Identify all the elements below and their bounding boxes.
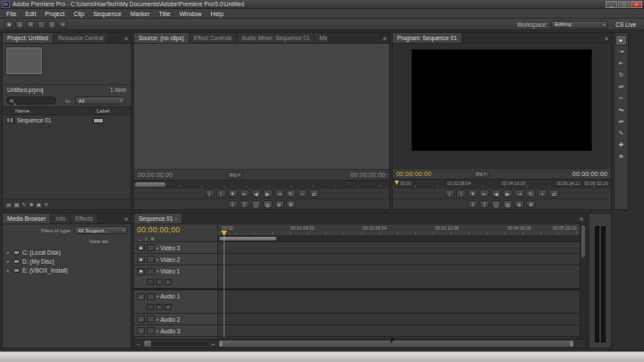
work-area-bar[interactable]	[218, 236, 580, 242]
find-icon[interactable]: ✚	[29, 201, 33, 207]
program-time-ruler[interactable]: 00:00 00:02:08:04 00:04:16:08 00:06:24:1…	[393, 179, 611, 188]
toolbar-icon-3[interactable]: ⊞	[26, 21, 35, 29]
go-to-in-button[interactable]: ⇤	[479, 189, 489, 198]
toggle-track-lock-icon[interactable]	[147, 268, 155, 275]
step-forward-button[interactable]: ⇥	[275, 189, 284, 198]
close-button[interactable]: ×	[631, 1, 642, 8]
search-scope-dropdown[interactable]: All ▾	[75, 97, 125, 105]
button-editor-button[interactable]: ≣	[526, 200, 536, 208]
toggle-track-mute-icon[interactable]: ♪	[137, 293, 145, 300]
output-button[interactable]: ▤	[503, 200, 513, 208]
step-forward-button[interactable]: ⇥	[514, 189, 524, 198]
previous-keyframe-icon[interactable]: ▸	[165, 279, 172, 285]
source-current-timecode[interactable]: 00:00:00:00	[138, 172, 173, 178]
rate-stretch-tool-icon[interactable]: ⇄	[615, 81, 627, 92]
go-to-in-button[interactable]: ⇤	[240, 189, 250, 198]
play-button[interactable]: ▶	[263, 189, 273, 198]
minimize-button[interactable]: _	[606, 1, 617, 8]
toggle-track-output-icon[interactable]	[137, 244, 145, 251]
menu-marker[interactable]: Marker	[126, 11, 155, 17]
toolbar-icon-1[interactable]: ▣	[4, 21, 13, 29]
timeline-vertical-scrollbar[interactable]	[580, 224, 586, 339]
list-view-icon[interactable]: ▤	[6, 201, 12, 207]
automate-to-sequence-icon[interactable]: ↻	[21, 201, 26, 207]
timeline-settings-icon[interactable]: ≣	[150, 236, 154, 241]
set-in-point-button[interactable]: {	[205, 189, 215, 198]
column-label[interactable]: Label	[93, 108, 131, 114]
menu-file[interactable]: File	[2, 11, 21, 17]
toggle-track-lock-icon[interactable]	[147, 256, 155, 263]
menu-sequence[interactable]: Sequence	[89, 11, 126, 17]
track-lane-video-3[interactable]	[218, 242, 580, 254]
vertical-scrollbar-thumb[interactable]	[581, 225, 585, 257]
slip-tool-icon[interactable]: ⇆	[615, 105, 627, 115]
set-out-point-button[interactable]: }	[216, 189, 226, 198]
track-header-video-2[interactable]: ▸ Video 2	[134, 254, 217, 265]
extract-button[interactable]: ↧	[479, 200, 489, 208]
menu-project[interactable]: Project	[40, 11, 69, 17]
tab-program[interactable]: Program: Sequence 01	[393, 33, 462, 43]
program-video-frame[interactable]	[411, 49, 592, 151]
files-of-type-dropdown[interactable]: All Support... ▾	[74, 226, 128, 234]
track-header-audio-1[interactable]: ♪ ▾ Audio 1 ◇ ▸	[134, 290, 217, 314]
tab-info[interactable]: Info	[51, 214, 71, 223]
play-button[interactable]: ▶	[503, 189, 513, 198]
program-zoom-dropdown[interactable]: Fit ▾	[473, 171, 490, 178]
zoom-in-icon[interactable]: +	[211, 341, 215, 347]
expand-track-icon[interactable]: ▸	[157, 246, 158, 250]
toggle-track-lock-icon[interactable]	[147, 327, 155, 334]
zoom-tool-icon[interactable]: ⊕	[615, 151, 627, 162]
rolling-edit-tool-icon[interactable]: ↻	[615, 70, 627, 80]
source-scrollbar-thumb[interactable]	[135, 182, 165, 187]
safe-margins-button[interactable]: ◫	[491, 200, 501, 208]
new-item-icon[interactable]: ▣	[36, 201, 41, 207]
label-color-chip[interactable]	[93, 118, 104, 123]
column-name[interactable]: Name	[3, 108, 93, 114]
overwrite-button[interactable]: ▤	[263, 200, 273, 208]
expand-track-icon[interactable]: ▸	[157, 317, 158, 322]
toggle-track-mute-icon[interactable]: ♪	[137, 327, 145, 334]
tab-sequence-01[interactable]: Sequence 01 ×	[134, 214, 182, 223]
tab-metadata[interactable]: Metadata	[315, 33, 328, 43]
ripple-edit-tool-icon[interactable]: ⇤	[615, 58, 627, 69]
button-editor-button[interactable]: ≣	[286, 200, 296, 208]
step-back-button[interactable]: ◀	[491, 189, 501, 198]
timeline-timecode[interactable]: 00:00:00;00	[137, 225, 180, 234]
toggle-track-lock-icon[interactable]	[147, 293, 155, 300]
chevron-right-icon[interactable]: ▸	[7, 268, 11, 273]
menu-clip[interactable]: Clip	[69, 11, 89, 17]
zoom-slider[interactable]	[142, 342, 210, 345]
source-zoom-dropdown[interactable]: Fit ▾	[226, 172, 243, 179]
program-video-stage[interactable]	[393, 44, 611, 168]
tab-source[interactable]: Source: (no clips)	[134, 33, 190, 43]
add-marker-button[interactable]: ▼	[468, 189, 478, 198]
toolbar-icon-6[interactable]: ✛	[58, 21, 67, 29]
set-in-point-button[interactable]: {	[445, 189, 454, 198]
toolbar-icon-4[interactable]: ◫	[37, 21, 46, 29]
source-video-area[interactable]	[134, 44, 389, 169]
icon-view-icon[interactable]: ▦	[14, 201, 20, 207]
toolbar-icon-2[interactable]: ▤	[15, 21, 24, 29]
set-out-point-button[interactable]: }	[456, 189, 466, 198]
timeline-ruler[interactable]: 00:00 00:01:04:02 00:02:08:04 00:03:12:0…	[218, 224, 580, 236]
add-marker-button[interactable]: ▼	[228, 189, 238, 198]
step-back-button[interactable]: ◀	[251, 189, 261, 198]
toggle-track-output-icon[interactable]	[137, 256, 145, 263]
track-lane-video-1[interactable]	[218, 265, 580, 289]
menu-help[interactable]: Help	[206, 11, 227, 17]
track-header-video-1[interactable]: ▾ Video 1 ◇ ▸	[134, 265, 217, 289]
loop-button[interactable]: ↻	[526, 189, 536, 198]
insert-button[interactable]: ◫	[251, 200, 261, 208]
zoom-slider-thumb[interactable]	[144, 341, 151, 347]
slide-tool-icon[interactable]: ⇌	[615, 116, 627, 127]
collapse-track-icon[interactable]: ▾	[157, 269, 158, 274]
track-lane-audio-2[interactable]	[218, 314, 580, 325]
source-time-ruler[interactable]	[134, 180, 389, 188]
snap-toggle-icon[interactable]: ◡	[138, 236, 141, 241]
lift-button[interactable]: ↥	[228, 200, 238, 208]
set-marker-icon[interactable]: ◇	[144, 236, 148, 241]
loop-button[interactable]: ↻	[286, 189, 296, 198]
cs-live-button[interactable]: CS Live	[612, 21, 640, 28]
panel-menu-icon[interactable]: ≣	[577, 214, 586, 223]
program-playhead-icon[interactable]	[394, 181, 399, 185]
